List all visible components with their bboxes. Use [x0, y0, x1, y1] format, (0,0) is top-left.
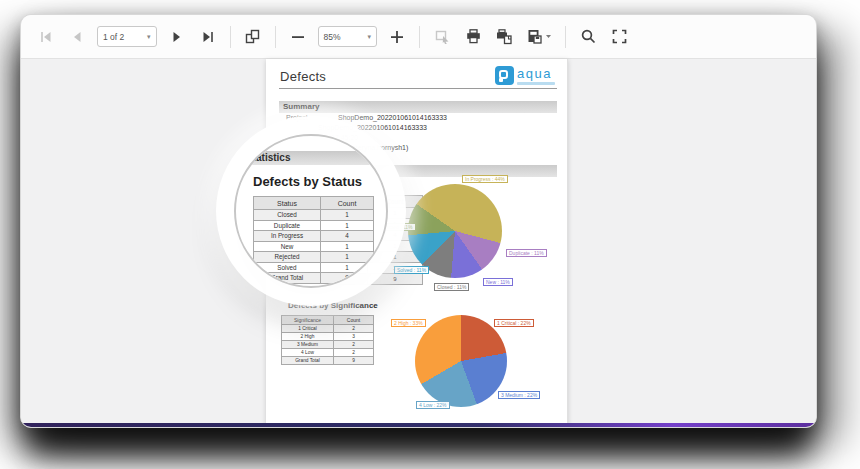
- summary-row-value: ShopDemo_202201061014163333: [338, 114, 447, 122]
- pie-label-duplicate: Duplicate : 11%: [506, 249, 547, 257]
- table-row: Duplicate1: [254, 220, 374, 231]
- title-divider: [279, 88, 557, 89]
- viewer-toolbar: 1 of 2 ▾ 85% ▾: [21, 15, 816, 59]
- window-bottom-accent-bar: [21, 423, 816, 427]
- status-pie-chart: [408, 184, 502, 278]
- summary-row-value: ShopDemo_202201061014163333: [318, 124, 427, 132]
- print-page-button[interactable]: [493, 26, 515, 48]
- next-page-icon: [169, 29, 185, 45]
- print-page-icon: [495, 28, 513, 45]
- table-row: Rejected1: [254, 252, 374, 263]
- aqua-logo-text: aqua: [517, 67, 555, 80]
- toolbar-separator: [565, 26, 566, 48]
- zoom-level-value: 85%: [324, 32, 364, 42]
- first-page-button[interactable]: [35, 26, 57, 48]
- next-page-button[interactable]: [166, 26, 188, 48]
- print-icon: [465, 28, 482, 45]
- lens-status-table: Status Count Closed1 Duplicate1 In Progr…: [253, 196, 374, 284]
- previous-page-icon: [69, 29, 85, 45]
- export-save-button[interactable]: [524, 26, 554, 48]
- page-thumbnails-button[interactable]: [242, 26, 264, 48]
- aqua-logo: aqua: [495, 66, 555, 85]
- aqua-logo-mark-icon: [495, 66, 514, 85]
- last-page-button[interactable]: [197, 26, 219, 48]
- significance-chart-title: Defects by Significance: [288, 301, 378, 310]
- summary-row-label: Project: [286, 114, 308, 122]
- report-viewer-window: 1 of 2 ▾ 85% ▾: [20, 14, 817, 428]
- zoom-level-select[interactable]: 85% ▾: [318, 26, 378, 47]
- toolbar-separator: [230, 26, 231, 48]
- search-icon: [580, 28, 597, 45]
- pie-label-critical: 1 Critical : 22%: [494, 319, 534, 327]
- magnifier-lens: Statistics Defects by Status Status Coun…: [234, 134, 388, 288]
- summary-section-header: Summary: [279, 101, 557, 113]
- pie-label-medium: 3 Medium : 22%: [498, 391, 540, 399]
- report-title: Defects: [280, 69, 326, 84]
- pie-label-solved: Solved : 11%: [394, 266, 429, 274]
- table-header-row: Status Count: [254, 197, 374, 210]
- zoom-in-button[interactable]: [386, 26, 408, 48]
- export-save-icon: [526, 28, 552, 45]
- pie-label-closed: Closed : 11%: [434, 283, 469, 291]
- lens-status-chart-title: Defects by Status: [253, 174, 362, 189]
- table-row: 2 High3: [282, 333, 374, 341]
- table-row: New1: [254, 241, 374, 252]
- table-row: 4 Low2: [282, 349, 374, 357]
- previous-page-button[interactable]: [66, 26, 88, 48]
- chevron-down-icon: ▾: [368, 33, 372, 40]
- pie-label-new: New : 11%: [483, 278, 513, 286]
- pan-select-button[interactable]: [431, 26, 453, 48]
- pan-select-icon: [434, 28, 451, 45]
- page-thumbnails-icon: [244, 28, 261, 45]
- chevron-down-icon: ▾: [147, 33, 151, 40]
- search-button[interactable]: [577, 26, 599, 48]
- page-indicator-select[interactable]: 1 of 2 ▾: [97, 26, 157, 47]
- pie-label-in-progress: In Progress : 44%: [462, 175, 508, 183]
- table-row: 1 Critical2: [282, 325, 374, 333]
- pie-label-high: 2 High : 33%: [391, 319, 426, 327]
- zoom-in-icon: [390, 30, 404, 44]
- toolbar-separator: [275, 26, 276, 48]
- table-row: Solved1: [254, 262, 374, 273]
- significance-pie-chart: [415, 315, 507, 407]
- first-page-icon: [38, 29, 54, 45]
- page-indicator-value: 1 of 2: [103, 32, 143, 42]
- table-row: 3 Medium2: [282, 341, 374, 349]
- fullscreen-icon: [611, 28, 628, 45]
- pie-label-low: 4 Low : 22%: [416, 401, 450, 409]
- table-row: Grand Total9: [282, 357, 374, 365]
- last-page-icon: [200, 29, 216, 45]
- table-row: Closed1: [254, 210, 374, 221]
- print-button[interactable]: [462, 26, 484, 48]
- table-row: In Progress4: [254, 231, 374, 242]
- aqua-logo-tagline: [517, 82, 555, 85]
- screenshot-stage: 1 of 2 ▾ 85% ▾: [0, 0, 860, 469]
- toolbar-separator: [419, 26, 420, 48]
- document-viewer-area[interactable]: Defects aqua Summary Project ShopDemo_20…: [21, 59, 816, 423]
- fullscreen-button[interactable]: [608, 26, 630, 48]
- zoom-out-icon: [291, 30, 305, 44]
- table-header-row: Significance Count: [282, 316, 374, 325]
- zoom-out-button[interactable]: [287, 26, 309, 48]
- significance-table: Significance Count 1 Critical2 2 High3 3…: [281, 315, 374, 365]
